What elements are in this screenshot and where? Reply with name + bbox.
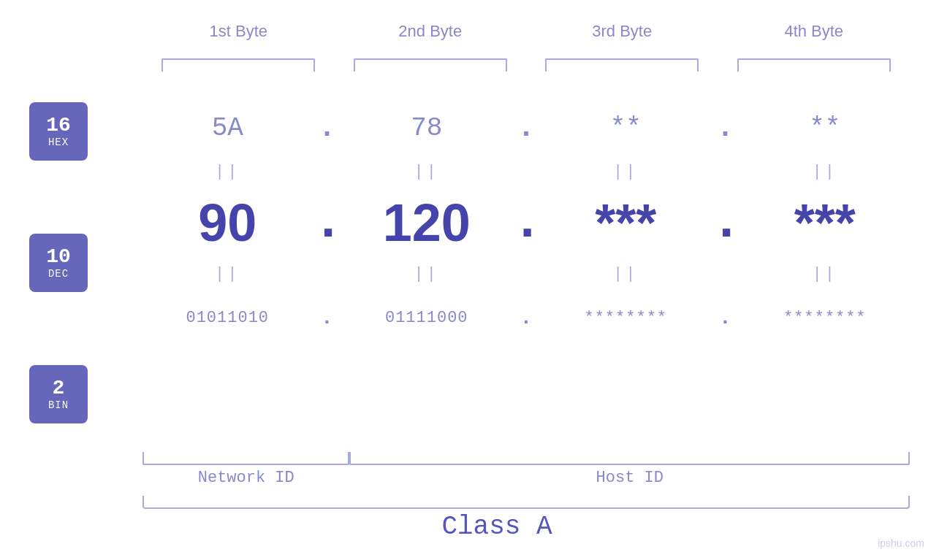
eq-8: || bbox=[740, 265, 911, 283]
dec-dot-1: . bbox=[313, 193, 342, 253]
dec-row: 90 . 120 . *** . *** bbox=[142, 186, 910, 259]
hex-dot-3: . bbox=[711, 112, 740, 145]
equals-row-2: || || || || bbox=[142, 259, 910, 288]
bracket-1 bbox=[142, 58, 335, 72]
eq-1: || bbox=[142, 163, 313, 181]
hex-byte-4: ** bbox=[740, 113, 911, 143]
class-label: Class A bbox=[142, 512, 851, 542]
big-bracket bbox=[142, 496, 910, 509]
byte-header-3: 3rd Byte bbox=[526, 22, 718, 41]
bin-row: 01011010 . 01111000 . ******** . *******… bbox=[142, 288, 910, 347]
eq-3: || bbox=[541, 163, 711, 181]
dec-byte-4: *** bbox=[740, 193, 911, 253]
bin-dot-2: . bbox=[512, 307, 541, 329]
bin-dot-1: . bbox=[313, 307, 342, 329]
eq-2: || bbox=[342, 163, 512, 181]
eq-5: || bbox=[142, 265, 313, 283]
base-labels: 16 HEX 10 DEC 2 BIN bbox=[29, 102, 88, 423]
hex-dot-1: . bbox=[313, 112, 342, 145]
main-container: 1st Byte 2nd Byte 3rd Byte 4th Byte 16 H… bbox=[0, 0, 939, 560]
dec-dot-3: . bbox=[711, 193, 740, 253]
hex-row: 5A . 78 . ** . ** bbox=[142, 99, 910, 157]
bin-dot-3: . bbox=[711, 307, 740, 329]
byte-headers: 1st Byte 2nd Byte 3rd Byte 4th Byte bbox=[142, 22, 910, 41]
equals-row-1: || || || || bbox=[142, 157, 910, 186]
hex-byte-2: 78 bbox=[342, 113, 512, 143]
dec-badge: 10 DEC bbox=[29, 234, 88, 292]
host-bracket bbox=[349, 452, 911, 465]
byte-header-1: 1st Byte bbox=[142, 22, 335, 41]
host-id-label: Host ID bbox=[350, 469, 911, 487]
network-bracket bbox=[142, 452, 349, 465]
eq-7: || bbox=[541, 265, 711, 283]
network-id-label: Network ID bbox=[142, 469, 350, 487]
bin-byte-2: 01111000 bbox=[342, 309, 512, 327]
eq-6: || bbox=[342, 265, 512, 283]
dec-byte-3: *** bbox=[541, 193, 711, 253]
bin-byte-4: ******** bbox=[740, 309, 911, 327]
bin-badge: 2 BIN bbox=[29, 365, 88, 423]
byte-header-2: 2nd Byte bbox=[335, 22, 527, 41]
byte-header-4: 4th Byte bbox=[718, 22, 911, 41]
bracket-2 bbox=[335, 58, 527, 72]
eq-4: || bbox=[740, 163, 911, 181]
dec-byte-1: 90 bbox=[142, 193, 313, 253]
top-brackets bbox=[142, 58, 910, 72]
bracket-3 bbox=[526, 58, 718, 72]
dec-dot-2: . bbox=[512, 193, 541, 253]
watermark: ipshu.com bbox=[878, 537, 924, 549]
hex-dot-2: . bbox=[512, 112, 541, 145]
hex-byte-3: ** bbox=[541, 113, 711, 143]
bracket-4 bbox=[718, 58, 911, 72]
hex-badge: 16 HEX bbox=[29, 102, 88, 161]
id-labels: Network ID Host ID bbox=[142, 469, 910, 487]
data-rows: 5A . 78 . ** . ** || || || || 90 . 120 .… bbox=[142, 99, 910, 347]
hex-byte-1: 5A bbox=[142, 113, 313, 143]
dec-byte-2: 120 bbox=[342, 193, 512, 253]
bin-byte-1: 01011010 bbox=[142, 309, 313, 327]
bin-byte-3: ******** bbox=[541, 309, 711, 327]
